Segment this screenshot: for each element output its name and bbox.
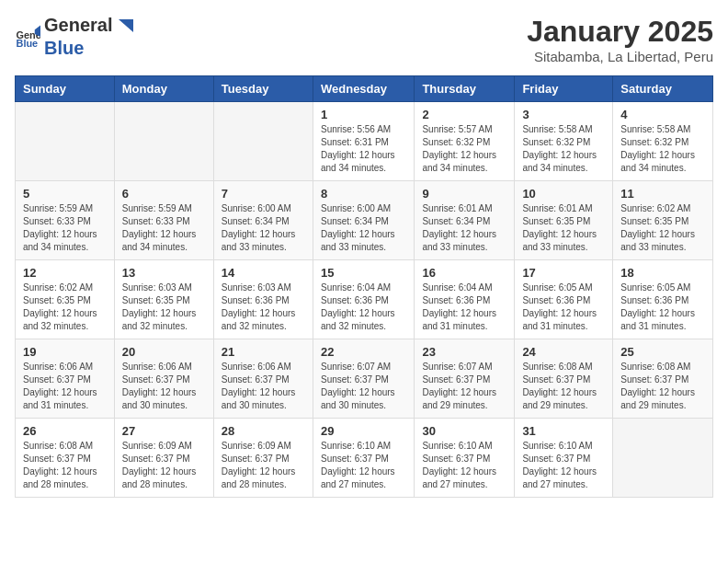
calendar-header-row: SundayMondayTuesdayWednesdayThursdayFrid…: [16, 76, 713, 102]
calendar-week-row: 5Sunrise: 5:59 AM Sunset: 6:33 PM Daylig…: [16, 181, 713, 260]
calendar-cell: 4Sunrise: 5:58 AM Sunset: 6:32 PM Daylig…: [613, 102, 713, 181]
day-info: Sunrise: 6:01 AM Sunset: 6:35 PM Dayligh…: [522, 202, 605, 254]
calendar-day-header: Thursday: [415, 76, 515, 102]
calendar-cell: 17Sunrise: 6:05 AM Sunset: 6:36 PM Dayli…: [515, 260, 613, 339]
day-number: 10: [522, 187, 605, 201]
day-number: 9: [422, 187, 506, 201]
day-info: Sunrise: 6:10 AM Sunset: 6:37 PM Dayligh…: [422, 440, 506, 491]
day-number: 3: [522, 108, 605, 121]
calendar-cell: 7Sunrise: 6:00 AM Sunset: 6:34 PM Daylig…: [213, 181, 313, 260]
calendar-cell: 15Sunrise: 6:04 AM Sunset: 6:36 PM Dayli…: [313, 260, 414, 339]
day-info: Sunrise: 6:08 AM Sunset: 6:37 PM Dayligh…: [522, 361, 605, 412]
day-info: Sunrise: 6:02 AM Sunset: 6:35 PM Dayligh…: [23, 282, 107, 333]
day-info: Sunrise: 6:01 AM Sunset: 6:34 PM Dayligh…: [422, 202, 506, 254]
calendar-cell: 22Sunrise: 6:07 AM Sunset: 6:37 PM Dayli…: [313, 339, 414, 419]
calendar-cell: 8Sunrise: 6:00 AM Sunset: 6:34 PM Daylig…: [313, 181, 414, 260]
calendar-cell: 24Sunrise: 6:08 AM Sunset: 6:37 PM Dayli…: [515, 339, 613, 419]
day-number: 17: [522, 266, 605, 280]
day-number: 28: [222, 424, 305, 438]
day-info: Sunrise: 6:05 AM Sunset: 6:36 PM Dayligh…: [522, 282, 605, 333]
calendar-cell: 19Sunrise: 6:06 AM Sunset: 6:37 PM Dayli…: [16, 339, 115, 419]
calendar-cell: 6Sunrise: 5:59 AM Sunset: 6:33 PM Daylig…: [114, 181, 213, 260]
calendar-week-row: 19Sunrise: 6:06 AM Sunset: 6:37 PM Dayli…: [16, 339, 713, 419]
calendar-day-header: Tuesday: [213, 76, 313, 102]
calendar-cell: 10Sunrise: 6:01 AM Sunset: 6:35 PM Dayli…: [515, 181, 613, 260]
day-number: 26: [23, 424, 107, 438]
calendar-day-header: Saturday: [613, 76, 713, 102]
day-info: Sunrise: 6:02 AM Sunset: 6:35 PM Dayligh…: [620, 202, 705, 254]
calendar-cell: 9Sunrise: 6:01 AM Sunset: 6:34 PM Daylig…: [415, 181, 515, 260]
calendar-cell: 25Sunrise: 6:08 AM Sunset: 6:37 PM Dayli…: [613, 339, 713, 419]
calendar-cell: 28Sunrise: 6:09 AM Sunset: 6:37 PM Dayli…: [213, 419, 313, 498]
day-info: Sunrise: 6:00 AM Sunset: 6:34 PM Dayligh…: [321, 202, 406, 254]
calendar-cell: 21Sunrise: 6:06 AM Sunset: 6:37 PM Dayli…: [213, 339, 313, 419]
day-number: 20: [122, 345, 206, 359]
calendar-cell: 30Sunrise: 6:10 AM Sunset: 6:37 PM Dayli…: [415, 419, 515, 498]
day-number: 24: [522, 345, 605, 359]
day-number: 5: [23, 187, 107, 201]
calendar-day-header: Friday: [515, 76, 613, 102]
day-info: Sunrise: 5:58 AM Sunset: 6:32 PM Dayligh…: [620, 123, 705, 175]
calendar-week-row: 26Sunrise: 6:08 AM Sunset: 6:37 PM Dayli…: [16, 419, 713, 498]
calendar-cell: 12Sunrise: 6:02 AM Sunset: 6:35 PM Dayli…: [16, 260, 115, 339]
calendar-cell: 27Sunrise: 6:09 AM Sunset: 6:37 PM Dayli…: [114, 419, 213, 498]
calendar-table: SundayMondayTuesdayWednesdayThursdayFrid…: [15, 75, 713, 498]
day-info: Sunrise: 5:56 AM Sunset: 6:31 PM Dayligh…: [321, 123, 406, 175]
day-number: 31: [522, 424, 605, 438]
day-number: 25: [620, 345, 705, 359]
day-number: 27: [122, 424, 206, 438]
calendar-cell: 13Sunrise: 6:03 AM Sunset: 6:35 PM Dayli…: [114, 260, 213, 339]
calendar-cell: [213, 102, 313, 181]
calendar-day-header: Wednesday: [313, 76, 414, 102]
day-info: Sunrise: 6:03 AM Sunset: 6:36 PM Dayligh…: [222, 282, 305, 333]
logo: General Blue General Blue: [15, 15, 134, 59]
calendar-cell: [16, 102, 115, 181]
svg-marker-3: [119, 19, 133, 32]
page-header: General Blue General Blue January 2025 S…: [15, 15, 713, 64]
day-info: Sunrise: 6:04 AM Sunset: 6:36 PM Dayligh…: [321, 282, 406, 333]
day-number: 19: [23, 345, 107, 359]
calendar-week-row: 1Sunrise: 5:56 AM Sunset: 6:31 PM Daylig…: [16, 102, 713, 181]
logo-general-text: General: [44, 15, 112, 35]
day-number: 29: [321, 424, 406, 438]
calendar-subtitle: Sitabamba, La Libertad, Peru: [527, 49, 713, 64]
day-number: 14: [222, 266, 305, 280]
day-info: Sunrise: 5:59 AM Sunset: 6:33 PM Dayligh…: [23, 202, 107, 254]
day-number: 16: [422, 266, 506, 280]
day-info: Sunrise: 6:06 AM Sunset: 6:37 PM Dayligh…: [23, 361, 107, 412]
calendar-cell: 2Sunrise: 5:57 AM Sunset: 6:32 PM Daylig…: [415, 102, 515, 181]
day-info: Sunrise: 6:10 AM Sunset: 6:37 PM Dayligh…: [522, 440, 605, 491]
day-info: Sunrise: 5:57 AM Sunset: 6:32 PM Dayligh…: [422, 123, 506, 175]
calendar-title: January 2025: [527, 15, 713, 49]
calendar-cell: 11Sunrise: 6:02 AM Sunset: 6:35 PM Dayli…: [613, 181, 713, 260]
day-number: 7: [222, 187, 305, 201]
day-number: 30: [422, 424, 506, 438]
day-info: Sunrise: 6:09 AM Sunset: 6:37 PM Dayligh…: [222, 440, 305, 491]
day-info: Sunrise: 6:00 AM Sunset: 6:34 PM Dayligh…: [222, 202, 305, 254]
logo-triangle-icon: [113, 17, 133, 38]
day-number: 1: [321, 108, 406, 121]
day-info: Sunrise: 6:06 AM Sunset: 6:37 PM Dayligh…: [222, 361, 305, 412]
calendar-cell: 20Sunrise: 6:06 AM Sunset: 6:37 PM Dayli…: [114, 339, 213, 419]
day-info: Sunrise: 6:10 AM Sunset: 6:37 PM Dayligh…: [321, 440, 406, 491]
calendar-week-row: 12Sunrise: 6:02 AM Sunset: 6:35 PM Dayli…: [16, 260, 713, 339]
day-number: 2: [422, 108, 506, 121]
title-block: January 2025 Sitabamba, La Libertad, Per…: [527, 15, 713, 64]
day-number: 23: [422, 345, 506, 359]
day-info: Sunrise: 6:09 AM Sunset: 6:37 PM Dayligh…: [122, 440, 206, 491]
calendar-cell: [613, 419, 713, 498]
calendar-cell: 18Sunrise: 6:05 AM Sunset: 6:36 PM Dayli…: [613, 260, 713, 339]
day-info: Sunrise: 6:04 AM Sunset: 6:36 PM Dayligh…: [422, 282, 506, 333]
day-info: Sunrise: 5:58 AM Sunset: 6:32 PM Dayligh…: [522, 123, 605, 175]
day-info: Sunrise: 6:08 AM Sunset: 6:37 PM Dayligh…: [620, 361, 705, 412]
calendar-cell: 5Sunrise: 5:59 AM Sunset: 6:33 PM Daylig…: [16, 181, 115, 260]
calendar-cell: 1Sunrise: 5:56 AM Sunset: 6:31 PM Daylig…: [313, 102, 414, 181]
day-info: Sunrise: 6:05 AM Sunset: 6:36 PM Dayligh…: [620, 282, 705, 333]
calendar-day-header: Sunday: [16, 76, 115, 102]
svg-text:Blue: Blue: [17, 38, 39, 49]
calendar-cell: [114, 102, 213, 181]
day-number: 15: [321, 266, 406, 280]
logo-icon: General Blue: [15, 24, 40, 50]
calendar-cell: 31Sunrise: 6:10 AM Sunset: 6:37 PM Dayli…: [515, 419, 613, 498]
day-number: 11: [620, 187, 705, 201]
